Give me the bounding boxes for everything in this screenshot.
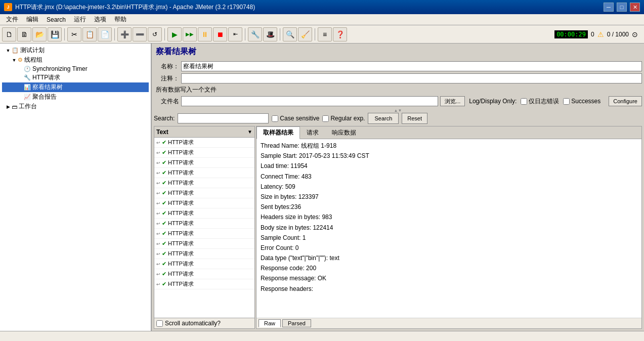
list-item[interactable]: ↩ ✔ HTTP请求 [154,208,254,219]
success-icon: ✔ [162,271,166,277]
remove-button[interactable]: ➖ [133,27,147,41]
case-sensitive-text: Case sensitive [280,115,319,122]
list-item[interactable]: ↩ ✔ HTTP请求 [154,158,254,168]
undo-button[interactable]: ↺ [148,27,162,41]
tool2-button[interactable]: 🎩 [263,27,277,41]
find-button[interactable]: 🔍 [283,27,297,41]
detail-line-7: Sent bytes:236 [261,202,637,212]
error-count: 0 [591,31,594,38]
successes-checkbox-label[interactable]: Successes [563,98,600,105]
expand-view-result-tree[interactable] [17,84,23,91]
teardown-button[interactable]: ⇤ [228,27,242,41]
menu-options[interactable]: 选项 [90,14,110,25]
configure-button[interactable]: Configure [609,96,642,106]
open-button[interactable]: 📂 [32,27,47,41]
case-sensitive-label[interactable]: Case sensitive [272,115,319,122]
tree-item-thread-group[interactable]: ▼ ⚙ 线程组 [2,55,149,65]
errors-checkbox-label[interactable]: 仅日志错误 [521,97,559,106]
menu-search[interactable]: Search [42,15,70,24]
copy-button[interactable]: 📋 [82,27,97,41]
detail-line-2: Sample Start: 2017-05-23 11:53:49 CST [261,151,637,161]
window-title: HTTP请求.jmx (D:\apache-jmeter-3.2\bin\HTT… [15,3,600,12]
maximize-button[interactable]: □ [617,3,627,12]
regex-checkbox[interactable] [322,115,329,122]
errors-checkbox[interactable] [521,98,527,105]
tree-item-sync-timer[interactable]: 🕐 Synchronizing Timer [2,65,149,73]
regex-label[interactable]: Regular exp. [322,115,365,122]
item-text: HTTP请求 [168,280,194,288]
list-item[interactable]: ↩ ✔ HTTP请求 [154,168,254,178]
expand-sync-timer[interactable] [17,66,23,72]
list-item[interactable]: ↩ ✔ HTTP请求 [154,269,254,279]
case-sensitive-checkbox[interactable] [272,115,278,122]
expand-workbench[interactable]: ▶ [5,104,11,110]
search-button[interactable]: Search [368,113,399,124]
expand-http-sampler[interactable] [17,75,23,81]
clear-button[interactable]: 🧹 [298,27,312,41]
tool1-button[interactable]: 🔧 [248,27,262,41]
start-button[interactable]: ▶ [167,27,182,41]
file-input[interactable] [181,96,438,106]
tab-sampler-result[interactable]: 取样器结果 [256,126,300,139]
list-header-dropdown[interactable]: ▼ [247,129,252,135]
comment-input[interactable] [181,73,642,83]
cut-button[interactable]: ✂ [67,27,81,41]
close-button[interactable]: ✕ [630,3,640,12]
list-item[interactable]: ↩ ✔ HTTP请求 [154,219,254,229]
list-item[interactable]: ↩ ✔ HTTP请求 [154,178,254,188]
list-item[interactable]: ↩ ✔ HTTP请求 [154,239,254,249]
item-text: HTTP请求 [168,250,194,258]
help-button[interactable]: ❓ [333,27,347,41]
browse-button[interactable]: 浏览... [440,96,465,106]
errors-label: 仅日志错误 [529,97,559,106]
successes-checkbox[interactable] [563,98,570,105]
list-item[interactable]: ↩ ✔ HTTP请求 [154,279,254,289]
minimize-button[interactable]: ─ [604,3,614,12]
name-input[interactable] [181,61,642,71]
expand-aggregate-report[interactable] [17,94,23,100]
list-button[interactable]: ≡ [318,27,332,41]
paste-button[interactable]: 📄 [98,27,112,41]
save-button[interactable]: 💾 [48,27,62,41]
raw-button[interactable]: Raw [259,319,281,327]
detail-line-5: Latency: 509 [261,182,637,192]
list-item[interactable]: ↩ ✔ HTTP请求 [154,188,254,198]
menu-edit[interactable]: 编辑 [22,14,42,25]
detail-line-13: Response code: 200 [261,264,637,273]
scroll-auto-checkbox[interactable] [156,320,163,327]
expand-thread-group[interactable]: ▼ [11,57,17,63]
list-item[interactable]: ↩ ✔ HTTP请求 [154,148,254,158]
tree-item-http-sampler[interactable]: 🔧 HTTP请求 [2,73,149,82]
parsed-button[interactable]: Parsed [282,319,311,327]
tree-label-workbench: 工作台 [19,102,37,111]
templates-button[interactable]: 🗎 [17,27,31,41]
list-item[interactable]: ↩ ✔ HTTP请求 [154,229,254,239]
tab-request[interactable]: 请求 [300,126,325,139]
menu-file[interactable]: 文件 [2,14,22,25]
new-button[interactable]: 🗋 [2,27,16,41]
list-item[interactable]: ↩ ✔ HTTP请求 [154,138,254,148]
list-item[interactable]: ↩ ✔ HTTP请求 [154,259,254,269]
title-bar: J HTTP请求.jmx (D:\apache-jmeter-3.2\bin\H… [0,0,644,14]
list-item[interactable]: ↩ ✔ HTTP请求 [154,198,254,208]
expand-test-plan[interactable]: ▼ [5,48,11,54]
arrow-icon: ↩ [156,221,160,226]
list-item[interactable]: ↩ ✔ HTTP请求 [154,249,254,259]
pause-button[interactable]: ⏸ [198,27,212,41]
reset-button[interactable]: Reset [402,113,427,124]
add-button[interactable]: ➕ [117,27,132,41]
menu-help[interactable]: 帮助 [110,14,131,25]
tree-item-view-result-tree[interactable]: 📊 察看结果树 [2,82,149,92]
right-panel: 察看结果树 名称： 注释： 所有数据写入一个文件 文件名 浏览... Log/D… [152,44,644,331]
tree-item-aggregate-report[interactable]: 📈 聚合报告 [2,92,149,102]
search-input[interactable] [178,113,269,123]
start-no-pause-button[interactable]: ▶▶ [183,27,197,41]
menu-run[interactable]: 运行 [70,14,90,25]
resize-handle[interactable]: ▲▼ [154,109,642,111]
stop-button[interactable]: ⏹ [213,27,227,41]
tree-item-test-plan[interactable]: ▼ 📋 测试计划 [2,46,149,55]
arrow-icon: ↩ [156,160,160,165]
tab-response-data[interactable]: 响应数据 [325,126,363,139]
detail-line-8: Headers size in bytes: 983 [261,212,637,222]
tree-item-workbench[interactable]: ▶ 🗃 工作台 [2,102,149,111]
